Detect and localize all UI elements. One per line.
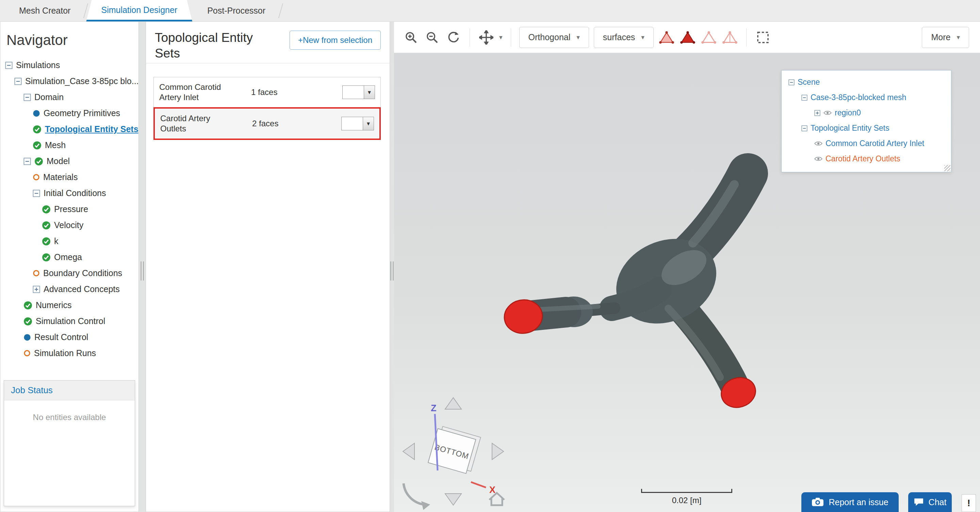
zoom-out-icon[interactable] (424, 29, 440, 46)
nav-item-mesh[interactable]: Mesh (0, 137, 138, 153)
visibility-eye-icon[interactable] (814, 140, 822, 147)
x-axis-label: X (489, 485, 495, 495)
camera-icon (811, 498, 824, 507)
entity-set-row-common-carotid-artery-inlet[interactable]: Common Carotid Artery Inlet1 faces▾ (154, 77, 380, 108)
orientation-widget[interactable]: BOTTOM Z X (403, 398, 504, 510)
nav-item-materials[interactable]: Materials (0, 169, 138, 185)
tab-mesh-creator[interactable]: Mesh Creator (4, 0, 86, 21)
render-mode-dropdown[interactable]: surfaces ▾ (594, 27, 654, 48)
mesh-quality-1-icon[interactable] (659, 29, 675, 46)
more-dropdown[interactable]: More ▾ (922, 27, 969, 48)
scene-tree-overlay: SceneCase-3-85pc-blocked meshregion0Topo… (781, 70, 951, 172)
scene-item-label: Scene (798, 78, 820, 87)
status-default-icon (33, 110, 40, 117)
scale-bar-line (641, 489, 732, 493)
resize-handle-icon[interactable] (944, 165, 950, 171)
collapse-box-icon[interactable] (801, 95, 808, 101)
assignment-dropdown[interactable]: ▾ (342, 85, 375, 99)
new-from-selection-button[interactable]: +New from selection (290, 30, 381, 50)
pan-move-icon[interactable] (478, 29, 495, 46)
nav-item-label: Simulation Control (36, 316, 105, 326)
job-status-empty-message: No entities available (4, 400, 135, 422)
scene-item-case-3-85pc-blocked-mesh[interactable]: Case-3-85pc-blocked mesh (782, 90, 951, 105)
chat-bubble-icon (914, 498, 924, 507)
box-select-icon[interactable] (755, 29, 771, 46)
scene-item-scene[interactable]: Scene (782, 75, 951, 90)
nav-item-label: Pressure (54, 204, 88, 214)
projection-dropdown[interactable]: Orthogonal ▾ (519, 27, 589, 48)
nav-item-topological-entity-sets[interactable]: Topological Entity Sets (0, 121, 138, 137)
nav-item-k[interactable]: k (0, 233, 138, 249)
panel-splitter[interactable] (139, 22, 146, 512)
status-complete-icon (42, 237, 51, 246)
chat-button[interactable]: Chat (908, 492, 952, 512)
nav-item-model[interactable]: Model (0, 153, 138, 169)
job-status-card: Job Status No entities available (4, 380, 135, 506)
entity-set-row-carotid-artery-outlets[interactable]: Carotid Artery Outlets2 faces▾ (153, 107, 381, 140)
rotate-ccw-icon (404, 483, 424, 504)
report-issue-button[interactable]: Report an issue (801, 492, 899, 512)
collapse-box-icon[interactable] (14, 78, 22, 85)
nav-item-label: Materials (43, 172, 78, 182)
nav-item-velocity[interactable]: Velocity (0, 217, 138, 233)
collapse-box-icon[interactable] (24, 158, 31, 165)
assignment-dropdown-value (342, 117, 363, 130)
zoom-in-icon[interactable] (403, 29, 419, 46)
pan-move-caret-icon[interactable]: ▾ (499, 34, 503, 40)
reset-view-icon[interactable] (445, 29, 461, 46)
nav-item-label: Boundary Conditions (43, 268, 122, 278)
scene-item-topological-entity-sets[interactable]: Topological Entity Sets (782, 121, 951, 136)
mesh-quality-3-icon[interactable] (701, 29, 717, 46)
collapse-box-icon[interactable] (24, 94, 31, 101)
visibility-eye-icon[interactable] (814, 156, 822, 162)
nav-item-geometry-primitives[interactable]: Geometry Primitives (0, 105, 138, 121)
chevron-down-icon: ▾ (576, 34, 580, 40)
nav-item-omega[interactable]: Omega (0, 249, 138, 265)
entity-set-name: Common Carotid Artery Inlet (159, 82, 231, 102)
nav-item-numerics[interactable]: Numerics (0, 297, 138, 313)
toolbar-divider (469, 28, 470, 47)
nav-item-initial-conditions[interactable]: Initial Conditions (0, 185, 138, 201)
nav-item-pressure[interactable]: Pressure (0, 201, 138, 217)
nav-item-simulation-case-3-85pc-blo[interactable]: Simulation_Case 3-85pc blo... (0, 73, 138, 89)
nav-item-result-control[interactable]: Result Control (0, 329, 138, 345)
nav-item-label: Geometry Primitives (43, 108, 120, 118)
nav-item-boundary-conditions[interactable]: Boundary Conditions (0, 265, 138, 281)
panel-splitter[interactable] (390, 22, 394, 512)
nav-item-simulation-control[interactable]: Simulation Control (0, 313, 138, 329)
mesh-quality-2-icon[interactable] (679, 29, 696, 46)
rotate-up-arrow-icon (445, 398, 461, 409)
splitter-grip-icon[interactable] (141, 262, 144, 281)
tab-simulation-designer[interactable]: Simulation Designer (86, 0, 192, 21)
nav-item-simulations[interactable]: Simulations (0, 57, 138, 73)
nav-item-domain[interactable]: Domain (0, 89, 138, 105)
status-default-icon (24, 333, 31, 341)
nav-item-simulation-runs[interactable]: Simulation Runs (0, 345, 138, 361)
render-mode-value: surfaces (603, 32, 635, 42)
scene-item-carotid-artery-outlets[interactable]: Carotid Artery Outlets (782, 151, 951, 166)
alert-button[interactable]: ! (962, 494, 976, 512)
nav-item-label: Initial Conditions (43, 188, 106, 198)
splitter-grip-icon[interactable] (391, 262, 394, 281)
visibility-eye-icon[interactable] (824, 110, 832, 116)
scene-item-common-carotid-artery-inlet[interactable]: Common Carotid Artery Inlet (782, 136, 951, 151)
status-incomplete-icon (33, 174, 40, 181)
collapse-box-icon[interactable] (5, 62, 13, 69)
collapse-box-icon[interactable] (801, 125, 808, 131)
navigator-tree: SimulationsSimulation_Case 3-85pc blo...… (0, 57, 138, 361)
nav-item-advanced-concepts[interactable]: Advanced Concepts (0, 281, 138, 297)
dropdown-arrow-icon[interactable]: ▾ (364, 86, 375, 99)
scene-item-label: Case-3-85pc-blocked mesh (811, 93, 906, 102)
3d-viewport[interactable]: BOTTOM Z X ▾ (394, 22, 980, 512)
dropdown-arrow-icon[interactable]: ▾ (363, 117, 374, 130)
expand-box-icon[interactable] (33, 286, 40, 293)
scene-item-region0[interactable]: region0 (782, 105, 951, 121)
expand-box-icon[interactable] (814, 110, 821, 116)
job-status-header[interactable]: Job Status (4, 381, 135, 400)
app-tabbar: Mesh Creator Simulation Designer Post-Pr… (0, 0, 980, 22)
collapse-box-icon[interactable] (33, 190, 40, 197)
collapse-box-icon[interactable] (788, 79, 795, 85)
assignment-dropdown[interactable]: ▾ (341, 117, 374, 131)
mesh-quality-4-icon[interactable] (722, 29, 738, 46)
tab-post-processor[interactable]: Post-Processor (192, 0, 280, 21)
